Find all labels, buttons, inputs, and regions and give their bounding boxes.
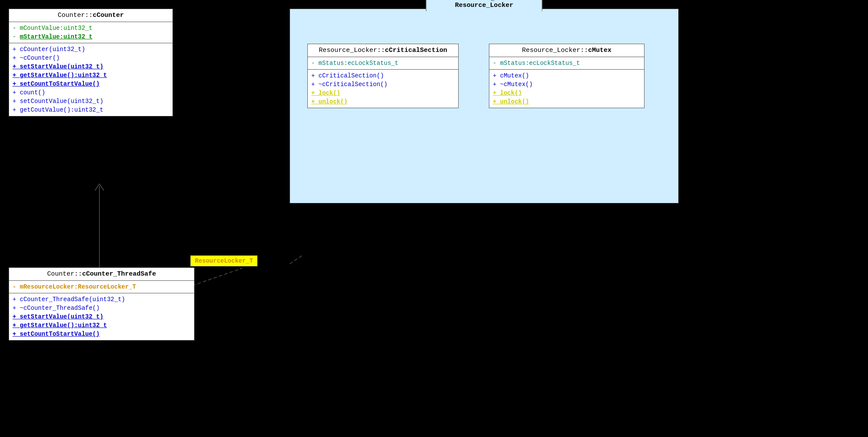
attr-row-0: - mCountValue:uint32_t (13, 24, 169, 32)
m1: + ~cCounter() (13, 55, 60, 61)
ccs-methods: + cCriticalSection() + ~cCriticalSection… (308, 70, 458, 108)
ccs-a0: - mStatus:ecLockStatus_t (311, 60, 399, 67)
ccounter-classname: cCounter (93, 12, 124, 19)
cts-classname: cCounter_ThreadSafe (82, 270, 156, 278)
cts-attr-0: - mResourceLocker:ResourceLocker_T (13, 283, 191, 291)
cmutex-m1: + ~cMutex() (493, 80, 641, 89)
ccs-namespace: Resource_Locker:: (319, 47, 385, 54)
svg-line-0 (192, 268, 242, 286)
cts-m4: + setCountToStartValue() (13, 330, 191, 338)
cts-methods: + cCounter_ThreadSafe(uint32_t) + ~cCoun… (9, 293, 194, 340)
diagram-area: Counter::cCounter - mCountValue:uint32_t… (0, 0, 868, 437)
cts-m1: + ~cCounter_ThreadSafe() (13, 304, 191, 312)
cmutex-m2: + lock() (493, 89, 641, 97)
m3: + getStartValue():uint32_t (13, 72, 107, 79)
method-row-4: + setCountToStartValue() (13, 80, 169, 88)
attr-text-1: mStartValue:uint32_t (20, 33, 93, 40)
ccounter-methods: + cCounter(uint32_t) + ~cCounter() + set… (9, 43, 172, 116)
cmutex-classname: cMutex (588, 47, 612, 54)
ccs-classname: cCriticalSection (385, 47, 447, 54)
label-text: ResourceLocker_T (195, 257, 253, 264)
method-row-1: + ~cCounter() (13, 54, 169, 62)
ccs-m1: + ~cCriticalSection() (311, 80, 455, 89)
m2: + setStartValue(uint32_t) (13, 63, 103, 70)
ccs-header: Resource_Locker::cCriticalSection (308, 44, 458, 57)
cts-header: Counter::cCounter_ThreadSafe (9, 268, 194, 281)
ccs-m0: + cCriticalSection() (311, 71, 455, 80)
method-row-7: + getCoutValue():uint32_t (13, 106, 169, 114)
cmutex-namespace: Resource_Locker:: (522, 47, 588, 54)
cmutex-m0: + cMutex() (493, 71, 641, 80)
cmutex-box: Resource_Locker::cMutex - mStatus:ecLock… (489, 44, 645, 108)
cmutex-attr-0: - mStatus:ecLockStatus_t (493, 59, 641, 67)
ccs-m2: + lock() (311, 89, 455, 97)
m4: + setCountToStartValue() (13, 80, 100, 87)
m5: + count() (13, 89, 45, 96)
resourcelocker-t-label: ResourceLocker_T (190, 255, 258, 267)
ccounter-box: Counter::cCounter - mCountValue:uint32_t… (9, 9, 173, 116)
resource-locker-package: <<architecture_element>> Resource_Locker… (290, 9, 679, 203)
method-row-6: + setCountValue(uint32_t) (13, 97, 169, 106)
cmutex-header: Resource_Locker::cMutex (489, 44, 644, 57)
package-name: Resource_Locker (444, 2, 524, 9)
cts-m0: + cCounter_ThreadSafe(uint32_t) (13, 295, 191, 304)
ccriticalsection-box: Resource_Locker::cCriticalSection - mSta… (307, 44, 459, 108)
ccs-m3: + unlock() (311, 97, 455, 106)
cmutex-attributes: - mStatus:ecLockStatus_t (489, 57, 644, 70)
cts-m3: + getStartValue():uint32_t (13, 321, 191, 330)
ccounter-threadsafe-box: Counter::cCounter_ThreadSafe - mResource… (9, 267, 195, 341)
method-row-0: + cCounter(uint32_t) (13, 45, 169, 54)
cts-m2: + setStartValue(uint32_t) (13, 312, 191, 321)
m7: + getCoutValue():uint32_t (13, 106, 103, 113)
method-row-2: + setStartValue(uint32_t) (13, 62, 169, 71)
m6: + setCountValue(uint32_t) (13, 98, 103, 105)
method-row-3: + getStartValue():uint32_t (13, 71, 169, 80)
attr-sign-0: - (13, 25, 20, 32)
ccounter-namespace: Counter:: (57, 12, 93, 19)
ccounter-attributes: - mCountValue:uint32_t - mStartValue:uin… (9, 22, 172, 43)
svg-line-1 (290, 255, 303, 264)
attr-row-1: - mStartValue:uint32_t (13, 32, 169, 41)
ccounter-header: Counter::cCounter (9, 9, 172, 22)
attr-sign-1: - (13, 33, 20, 40)
method-row-5: + count() (13, 88, 169, 97)
attr-text-0: mCountValue:uint32_t (20, 25, 93, 32)
cmutex-methods: + cMutex() + ~cMutex() + lock() + unlock… (489, 70, 644, 108)
cts-attributes: - mResourceLocker:ResourceLocker_T (9, 281, 194, 293)
ccs-attributes: - mStatus:ecLockStatus_t (308, 57, 458, 70)
ccs-attr-0: - mStatus:ecLockStatus_t (311, 59, 455, 67)
cts-namespace: Counter:: (47, 270, 82, 278)
cmutex-m3: + unlock() (493, 97, 641, 106)
m0: + cCounter(uint32_t) (13, 46, 85, 53)
